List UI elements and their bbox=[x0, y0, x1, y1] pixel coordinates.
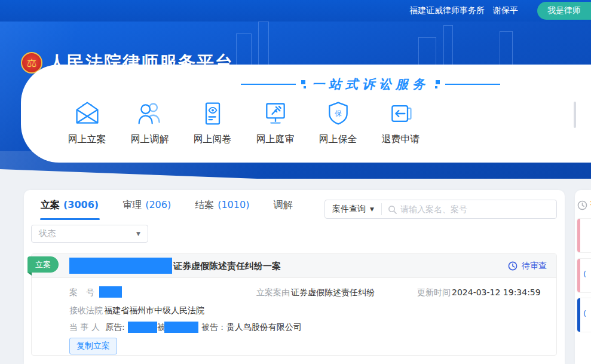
redacted-block bbox=[128, 322, 157, 333]
services-card: 一站式诉讼服务 网上立案 网上 bbox=[21, 65, 591, 163]
right-side-panel: ： ( ( bbox=[575, 190, 591, 364]
service-refund-request[interactable]: 退费申请 bbox=[369, 99, 432, 146]
scrollbar-thumb[interactable] bbox=[574, 102, 576, 128]
status-color-bar bbox=[577, 219, 580, 252]
search-input[interactable] bbox=[397, 204, 556, 214]
defendant-value: 贵人鸟股份有限公司 bbox=[226, 321, 302, 333]
tab-count: (1010) bbox=[218, 199, 249, 210]
case-status: 待审查 bbox=[508, 254, 547, 278]
case-number-fragment: ( bbox=[583, 270, 586, 279]
topbar: 福建证威律师事务所 谢保平 我是律师 bbox=[0, 0, 591, 22]
service-label: 网上保全 bbox=[319, 133, 357, 146]
service-label: 网上庭审 bbox=[256, 133, 295, 146]
update-time-value: 2024-03-12 19:34:59 bbox=[452, 286, 541, 298]
service-label: 退费申请 bbox=[382, 133, 420, 146]
search-icon bbox=[388, 205, 397, 214]
redacted-block bbox=[69, 258, 172, 274]
clock-icon bbox=[577, 200, 587, 210]
tab-label: 立案 bbox=[41, 199, 60, 212]
case-status-label: 待审查 bbox=[522, 261, 547, 271]
topbar-user-area: 福建证威律师事务所 谢保平 bbox=[409, 0, 518, 22]
case-number-label: 案 号 bbox=[69, 286, 94, 298]
status-color-bar bbox=[577, 298, 580, 332]
search-category-label: 案件查询 bbox=[332, 204, 366, 215]
active-tab-underline bbox=[40, 218, 100, 220]
partially-hidden-text: 被告 bbox=[157, 321, 164, 333]
tab-filing[interactable]: 立案 (3006) bbox=[41, 199, 99, 212]
case-stage-badge: 立案 bbox=[27, 256, 59, 273]
tab-label: 结案 bbox=[195, 199, 214, 212]
mail-open-icon bbox=[74, 99, 101, 127]
tab-count: (3006) bbox=[63, 199, 99, 210]
i-am-lawyer-button[interactable]: 我是律师 bbox=[537, 2, 591, 20]
slogan-line bbox=[241, 84, 296, 85]
status-filter-dropdown[interactable]: 状态 ▼ bbox=[31, 225, 148, 243]
firm-name: 福建证威律师事务所 bbox=[409, 5, 485, 16]
case-number-fragment: ( bbox=[583, 309, 586, 318]
case-card: 立案 证券虚假陈述责任纠纷一案 待审查 案 号 立案案由 证券虚假陈述责任纠纷 … bbox=[31, 253, 557, 356]
skyline-decoration bbox=[418, 37, 436, 67]
panel-header-fragment: ： bbox=[587, 197, 591, 208]
case-list-panel: 立案 (3006) 审理 (206) 结案 (1010) 调解 案件查询 ▼ 状… bbox=[24, 190, 565, 364]
clock-icon bbox=[508, 261, 517, 271]
parties-row: 当 事 人 原告: 被告 被告： 贵人鸟股份有限公司 bbox=[69, 321, 302, 333]
service-label: 网上立案 bbox=[68, 133, 106, 146]
status-filter-placeholder: 状态 bbox=[39, 228, 56, 239]
skyline-decoration bbox=[236, 33, 252, 68]
copy-filing-button[interactable]: 复制立案 bbox=[69, 338, 117, 354]
parties-label: 当 事 人 bbox=[69, 321, 100, 333]
update-time-label: 更新时间 bbox=[417, 286, 451, 298]
chevron-down-icon: ▼ bbox=[370, 206, 374, 212]
skyline-decoration bbox=[258, 22, 269, 69]
service-label: 网上阅卷 bbox=[194, 133, 232, 146]
plaintiff-label: 原告: bbox=[105, 321, 125, 333]
users-icon bbox=[136, 99, 164, 127]
service-online-trial[interactable]: 网上庭审 bbox=[244, 99, 307, 146]
tab-count: (206) bbox=[145, 199, 171, 210]
redacted-block bbox=[164, 322, 198, 333]
service-online-preservation[interactable]: 保 网上保全 bbox=[307, 99, 369, 146]
service-online-mediation[interactable]: 网上调解 bbox=[118, 99, 181, 146]
filing-cause-value: 证券虚假陈述责任纠纷 bbox=[291, 286, 375, 298]
slogan-dots bbox=[301, 79, 307, 89]
receiving-court-label: 接收法院 bbox=[69, 304, 103, 316]
shield-icon: 保 bbox=[324, 99, 352, 127]
search-category-dropdown[interactable]: 案件查询 ▼ bbox=[325, 204, 381, 215]
slogan-text: 一站式诉讼服务 bbox=[312, 76, 429, 93]
slogan-line bbox=[445, 84, 500, 85]
tab-label: 审理 bbox=[123, 199, 142, 212]
badge-fold bbox=[27, 273, 32, 276]
service-label: 网上调解 bbox=[131, 133, 169, 146]
slogan-row: 一站式诉讼服务 bbox=[241, 75, 540, 93]
filing-cause-label: 立案案由 bbox=[256, 286, 290, 298]
tab-label: 调解 bbox=[273, 199, 292, 212]
redacted-block bbox=[99, 286, 122, 298]
divider bbox=[381, 203, 382, 215]
list-item[interactable]: ( bbox=[577, 298, 591, 332]
service-online-file-review[interactable]: 网上阅卷 bbox=[181, 99, 244, 146]
skyline-decoration bbox=[500, 31, 513, 68]
tab-trial[interactable]: 审理 (206) bbox=[123, 199, 171, 212]
services-row: 网上立案 网上调解 网上阅卷 bbox=[56, 99, 432, 146]
slogan-dots bbox=[434, 79, 440, 89]
list-item[interactable]: ( bbox=[577, 258, 591, 293]
skyline-decoration bbox=[443, 25, 453, 68]
shield-char: 保 bbox=[335, 109, 342, 118]
status-color-bar bbox=[577, 259, 580, 292]
defendant-label: 被告： bbox=[201, 321, 226, 333]
case-title[interactable]: 证券虚假陈述责任纠纷一案 bbox=[173, 254, 281, 278]
case-card-body: 案 号 立案案由 证券虚假陈述责任纠纷 更新时间 2024-03-12 19:3… bbox=[32, 278, 556, 356]
tab-bar: 立案 (3006) 审理 (206) 结案 (1010) 调解 bbox=[41, 199, 292, 212]
list-item[interactable] bbox=[577, 218, 591, 253]
receiving-court-value: 福建省福州市中级人民法院 bbox=[104, 304, 204, 316]
case-card-header: 立案 证券虚假陈述责任纠纷一案 待审查 bbox=[32, 254, 556, 278]
service-online-filing[interactable]: 网上立案 bbox=[56, 99, 118, 146]
user-name[interactable]: 谢保平 bbox=[493, 5, 518, 16]
wallet-refund-icon bbox=[387, 99, 415, 127]
chevron-down-icon: ▼ bbox=[136, 231, 140, 237]
document-eye-icon bbox=[199, 99, 226, 127]
tab-mediation[interactable]: 调解 bbox=[273, 199, 292, 212]
monitor-gavel-icon bbox=[262, 99, 289, 127]
search-box: 案件查询 ▼ bbox=[324, 200, 557, 219]
tab-closed[interactable]: 结案 (1010) bbox=[195, 199, 249, 212]
